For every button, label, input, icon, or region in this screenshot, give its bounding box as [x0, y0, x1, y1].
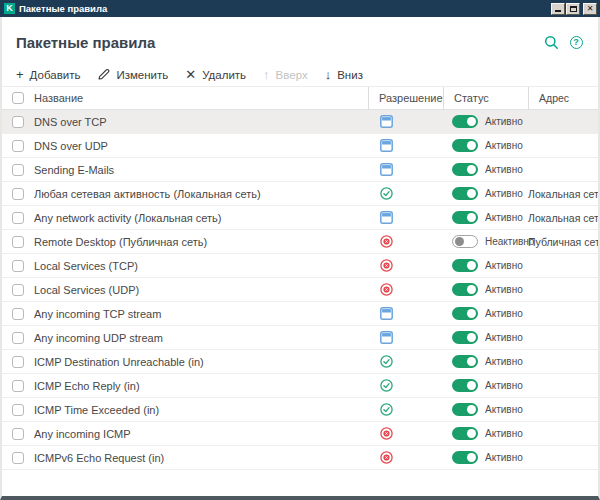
row-checkbox[interactable]: [12, 332, 24, 344]
move-up-button[interactable]: ↑ Вверх: [263, 68, 308, 81]
table-row[interactable]: Any incoming TCP stream Активно: [2, 302, 598, 326]
table-row[interactable]: Любая сетевая активность (Локальная сеть…: [2, 182, 598, 206]
row-checkbox[interactable]: [12, 140, 24, 152]
app-rules-icon: [380, 115, 393, 128]
block-icon: [380, 451, 393, 464]
status-label: Активно: [485, 380, 523, 391]
kaspersky-logo-icon: K: [4, 3, 15, 14]
rule-address: Локальная сеть: [528, 212, 598, 224]
rule-address: Публичная сеть: [528, 236, 598, 248]
row-checkbox[interactable]: [12, 164, 24, 176]
row-checkbox[interactable]: [12, 188, 24, 200]
edit-button[interactable]: Изменить: [97, 68, 168, 81]
status-cell: Активно: [443, 331, 528, 344]
row-checkbox[interactable]: [12, 428, 24, 440]
table-row[interactable]: Local Services (UDP) Активно: [2, 278, 598, 302]
table-row[interactable]: Sending E-Mails Активно: [2, 158, 598, 182]
app-rules-icon: [380, 307, 393, 320]
minimize-button[interactable]: [551, 3, 565, 15]
status-cell: Активно: [443, 259, 528, 272]
column-header-address[interactable]: Адрес: [528, 87, 598, 109]
maximize-button[interactable]: [566, 3, 580, 15]
row-checkbox[interactable]: [12, 356, 24, 368]
column-header-name[interactable]: Название: [24, 92, 368, 104]
close-icon: ✕: [587, 5, 594, 13]
table-row[interactable]: DNS over UDP Активно: [2, 134, 598, 158]
status-cell: Активно: [443, 115, 528, 128]
move-down-button-label: Вниз: [337, 69, 363, 81]
row-checkbox[interactable]: [12, 116, 24, 128]
status-toggle[interactable]: [452, 211, 478, 224]
add-button-label: Добавить: [30, 69, 81, 81]
titlebar[interactable]: K Пакетные правила ✕: [0, 0, 600, 17]
status-toggle[interactable]: [452, 259, 478, 272]
status-toggle[interactable]: [452, 283, 478, 296]
rule-name: ICMP Destination Unreachable (in): [24, 356, 368, 368]
status-toggle[interactable]: [452, 115, 478, 128]
search-button[interactable]: [543, 34, 559, 50]
table-row[interactable]: ICMPv6 Echo Request (in) Активно: [2, 446, 598, 470]
status-toggle[interactable]: [452, 187, 478, 200]
table-row[interactable]: Any incoming UDP stream Активно: [2, 326, 598, 350]
rule-name: Remote Desktop (Публичная сеть): [24, 236, 368, 248]
column-header-permission[interactable]: Разрешение: [368, 87, 443, 109]
table-row[interactable]: DNS over TCP Активно: [2, 110, 598, 134]
status-toggle[interactable]: [452, 235, 478, 248]
permission-cell: [368, 283, 443, 296]
row-checkbox[interactable]: [12, 284, 24, 296]
delete-button[interactable]: ✕ Удалить: [185, 68, 246, 81]
table-row[interactable]: ICMP Destination Unreachable (in) Активн…: [2, 350, 598, 374]
search-icon: [544, 35, 559, 50]
status-toggle[interactable]: [452, 379, 478, 392]
status-toggle[interactable]: [452, 355, 478, 368]
move-up-button-label: Вверх: [276, 69, 308, 81]
status-label: Активно: [485, 116, 523, 127]
table-row[interactable]: Any incoming ICMP Активно: [2, 422, 598, 446]
status-toggle[interactable]: [452, 427, 478, 440]
table-row[interactable]: Remote Desktop (Публичная сеть) Неактивн…: [2, 230, 598, 254]
status-cell: Активно: [443, 403, 528, 416]
status-toggle[interactable]: [452, 139, 478, 152]
table-row[interactable]: ICMP Time Exceeded (in) Активно: [2, 398, 598, 422]
column-header-status[interactable]: Статус: [443, 87, 528, 109]
table-row[interactable]: Any network activity (Локальная сеть) Ак…: [2, 206, 598, 230]
table-header: Название Разрешение Статус Адрес: [2, 86, 598, 110]
rule-name: Any incoming TCP stream: [24, 308, 368, 320]
row-checkbox[interactable]: [12, 380, 24, 392]
help-button[interactable]: ?: [568, 34, 584, 50]
status-label: Активно: [485, 260, 523, 271]
help-icon: ?: [570, 36, 583, 49]
status-cell: Активно: [443, 211, 528, 224]
row-checkbox[interactable]: [12, 212, 24, 224]
window-title: Пакетные правила: [19, 3, 550, 14]
move-down-button[interactable]: ↓ Вниз: [325, 68, 363, 81]
packet-rules-window: K Пакетные правила ✕ Пакетные правила ?: [0, 0, 600, 500]
row-checkbox[interactable]: [12, 260, 24, 272]
plus-icon: +: [16, 68, 24, 81]
select-all-checkbox[interactable]: [12, 92, 24, 104]
maximize-icon: [570, 6, 577, 12]
status-cell: Активно: [443, 307, 528, 320]
status-toggle[interactable]: [452, 307, 478, 320]
table-row[interactable]: Local Services (TCP) Активно: [2, 254, 598, 278]
status-toggle[interactable]: [452, 163, 478, 176]
rule-name: Any network activity (Локальная сеть): [24, 212, 368, 224]
status-toggle[interactable]: [452, 403, 478, 416]
status-label: Активно: [485, 212, 523, 223]
status-toggle[interactable]: [452, 451, 478, 464]
status-label: Активно: [485, 308, 523, 319]
rule-name: ICMPv6 Echo Request (in): [24, 452, 368, 464]
row-checkbox[interactable]: [12, 236, 24, 248]
permission-cell: [368, 307, 443, 320]
toolbar: + Добавить Изменить ✕ Удалить ↑ Вверх ↓ …: [2, 63, 598, 86]
row-checkbox[interactable]: [12, 404, 24, 416]
row-checkbox[interactable]: [12, 308, 24, 320]
row-checkbox[interactable]: [12, 452, 24, 464]
status-cell: Активно: [443, 283, 528, 296]
allow-icon: [380, 187, 393, 200]
add-button[interactable]: + Добавить: [16, 68, 80, 81]
close-button[interactable]: ✕: [583, 3, 597, 15]
table-row[interactable]: ICMP Echo Reply (in) Активно: [2, 374, 598, 398]
status-toggle[interactable]: [452, 331, 478, 344]
rule-name: Local Services (TCP): [24, 260, 368, 272]
